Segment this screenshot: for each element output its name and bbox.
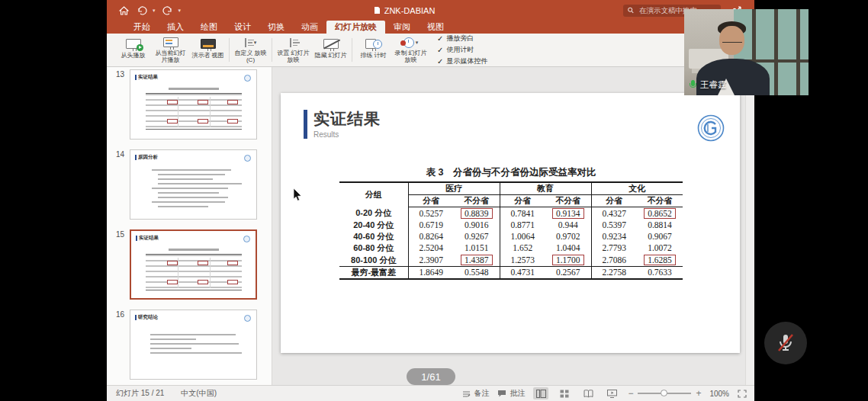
zoom-out-button[interactable]: − xyxy=(628,388,633,399)
zoom-slider[interactable] xyxy=(638,393,691,394)
thumbnail-canvas[interactable]: 实证结果 xyxy=(130,229,257,300)
slide-title-block: 实证结果 Results xyxy=(304,108,381,139)
group-header-medical: 医疗 xyxy=(408,182,500,195)
toolbar-options-icon[interactable]: ▾ xyxy=(178,8,182,14)
undo-icon[interactable] xyxy=(134,5,149,17)
play-narrations-checkbox[interactable]: ✓播放旁白 xyxy=(437,34,487,43)
rehearse-timings-button[interactable]: 排练 计时 xyxy=(355,35,392,65)
setup-slideshow-icon xyxy=(290,37,297,49)
presenter-view-button[interactable]: 演示者 视图 xyxy=(189,35,227,65)
check-icon: ✓ xyxy=(437,57,443,66)
tab-insert[interactable]: 插入 xyxy=(159,21,192,34)
book-icon xyxy=(583,390,593,398)
title-bar: ▾ ▾ ZNK-DABIAN xyxy=(107,0,754,21)
slide-number: 16 xyxy=(107,310,130,380)
thumbnail-slide-15-selected[interactable]: 15 实证结果 xyxy=(107,229,272,300)
ribbon-separator xyxy=(229,38,230,62)
mini-caption xyxy=(169,249,219,251)
normal-view-icon xyxy=(536,390,546,398)
custom-show-button[interactable]: ▾ 自定义 放映 (C) xyxy=(232,35,269,65)
fit-to-window-icon[interactable] xyxy=(738,390,747,398)
record-slideshow-icon: ▾ xyxy=(403,37,419,49)
language-indicator[interactable]: 中文(中国) xyxy=(181,388,217,399)
hide-slide-icon xyxy=(323,37,339,51)
column-header: 分组 xyxy=(339,182,408,207)
tab-home[interactable]: 开始 xyxy=(125,21,159,34)
comments-button[interactable]: 批注 xyxy=(497,388,525,399)
results-table: 分组 医疗 教育 文化 分省不分省 分省不分省 分省不分省 0-20 分位 xyxy=(339,181,683,280)
thumbnail-canvas[interactable]: 原因分析 xyxy=(130,149,257,220)
zoom-in-button[interactable]: + xyxy=(696,388,701,399)
thumbnail-canvas[interactable]: 研究结论 xyxy=(130,310,257,380)
zoom-slider-knob[interactable] xyxy=(661,390,667,396)
custom-show-icon: ▾ xyxy=(245,37,257,49)
status-bar: 幻灯片 15 / 21 中文(中国) 备注 批注 xyxy=(107,385,754,401)
mute-microphone-button[interactable] xyxy=(764,322,807,364)
tab-draw[interactable]: 绘图 xyxy=(192,21,226,34)
slide-canvas[interactable]: 实证结果 Results 表 3 分省份与不分省份边际受益率对比 xyxy=(281,93,740,353)
table-row: 最穷-最富差 1.86490.5548 0.47310.2567 2.27580… xyxy=(339,267,683,280)
undo-caret-icon[interactable]: ▾ xyxy=(153,8,156,14)
ribbon-tab-bar: 开始 插入 绘图 设计 切换 动画 幻灯片放映 审阅 视图 xyxy=(107,21,754,34)
logo-mark xyxy=(243,236,250,242)
ribbon: 从头播放 从当前幻灯 片播放 演示者 视图 ▾ 自定义 放映 (C) 设置 幻灯… xyxy=(107,34,754,67)
slide-subtitle: Results xyxy=(313,130,381,139)
participant-name: 王睿霆 xyxy=(700,79,727,91)
editor-scrollbar[interactable] xyxy=(745,67,754,385)
slide-number: 13 xyxy=(107,69,130,140)
thumbnail-slide-13[interactable]: 13 实证结果 xyxy=(107,69,272,140)
title-accent-bar xyxy=(304,110,307,139)
tab-design[interactable]: 设计 xyxy=(226,21,259,34)
mini-caption xyxy=(169,88,219,90)
mic-muted-icon xyxy=(774,332,797,354)
redo-icon[interactable] xyxy=(160,5,175,17)
thumbnail-canvas[interactable]: 实证结果 xyxy=(130,69,257,140)
mic-on-icon xyxy=(690,80,696,90)
page-indicator: 1/61 xyxy=(407,368,455,385)
tab-review[interactable]: 审阅 xyxy=(385,21,419,34)
tab-view[interactable]: 视图 xyxy=(419,21,452,34)
play-from-start-button[interactable]: 从头播放 xyxy=(114,35,152,65)
thumbnail-slide-14[interactable]: 14 原因分析 xyxy=(107,149,272,220)
slideshow-options: ✓播放旁白 ✓使用计时 ✓显示媒体控件 xyxy=(429,35,487,65)
main-area: 13 实证结果 14 原因分析 xyxy=(107,67,754,385)
rehearse-timings-icon xyxy=(365,37,382,51)
powerpoint-window: ▾ ▾ ZNK-DABIAN 开始 插入 绘图 设计 切换 动画 xyxy=(107,0,754,401)
show-media-controls-checkbox[interactable]: ✓显示媒体控件 xyxy=(437,56,487,66)
slideshow-view-button[interactable] xyxy=(604,387,619,399)
normal-view-button[interactable] xyxy=(533,387,548,399)
reading-view-button[interactable] xyxy=(580,387,596,399)
zoom-level[interactable]: 100% xyxy=(709,390,729,398)
search-icon xyxy=(628,7,634,14)
highlighted-value: 1.6285 xyxy=(644,255,676,265)
use-timings-checkbox[interactable]: ✓使用计时 xyxy=(437,45,487,55)
notes-button[interactable]: 备注 xyxy=(462,388,489,399)
slide-number: 15 xyxy=(107,229,130,300)
home-icon[interactable] xyxy=(116,5,131,17)
logo-mark xyxy=(244,155,251,162)
logo-mark xyxy=(244,75,251,82)
logo-mark xyxy=(244,315,251,322)
university-logo-icon xyxy=(697,114,725,145)
comments-icon xyxy=(497,390,506,398)
highlighted-value: 1.1700 xyxy=(552,255,584,265)
tab-animations[interactable]: 动画 xyxy=(293,21,326,34)
presenter-view-icon xyxy=(201,37,216,51)
setup-slideshow-button[interactable]: 设置 幻灯片放映 xyxy=(275,35,312,65)
tab-slideshow[interactable]: 幻灯片放映 xyxy=(326,21,385,34)
slide-number: 14 xyxy=(107,149,130,220)
slide-position-indicator: 幻灯片 15 / 21 xyxy=(116,388,164,399)
thumbnail-slide-16[interactable]: 16 研究结论 xyxy=(107,310,272,380)
ribbon-separator xyxy=(272,38,272,62)
tab-transitions[interactable]: 切换 xyxy=(259,21,293,34)
play-from-current-button[interactable]: 从当前幻灯 片播放 xyxy=(152,35,189,65)
webcam-video-tile: 王睿霆 xyxy=(684,9,809,95)
slide-title: 实证结果 xyxy=(313,108,381,130)
hide-slide-button[interactable]: 隐藏 幻灯片 xyxy=(312,35,349,65)
mini-bullets xyxy=(135,161,252,207)
accent-bar xyxy=(136,236,137,241)
notes-icon xyxy=(462,390,471,398)
record-slideshow-button[interactable]: ▾ 录制 幻灯片放映 xyxy=(392,35,429,65)
group-header-culture: 文化 xyxy=(591,182,683,195)
slide-sorter-view-button[interactable] xyxy=(557,387,572,399)
